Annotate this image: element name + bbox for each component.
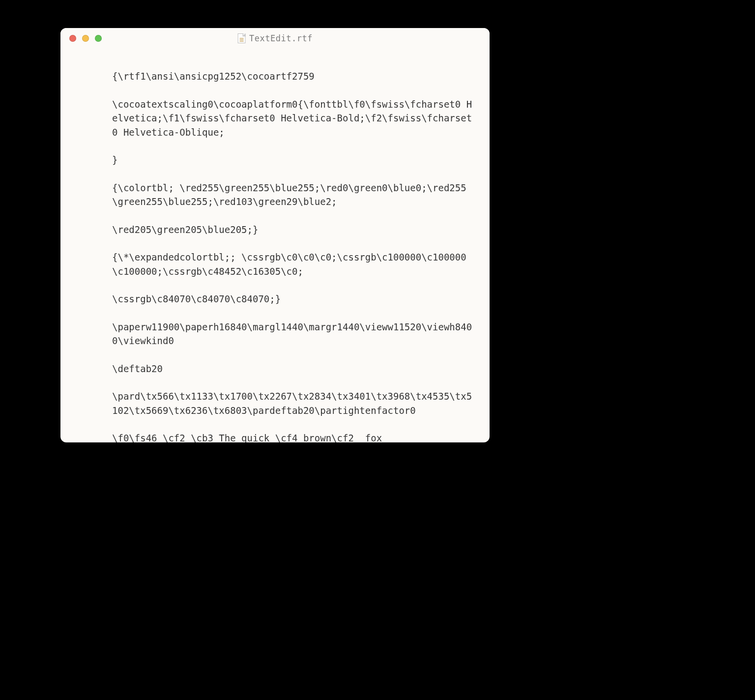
rtf-source-line[interactable]: \f0\fs46 \cf2 \cb3 The quick \cf4 brown\… — [112, 431, 475, 442]
maximize-icon[interactable] — [95, 35, 102, 42]
close-icon[interactable] — [69, 35, 76, 42]
rtf-source-line[interactable]: \red205\green205\blue205;} — [112, 223, 475, 237]
window-title: TextEdit.rtf — [249, 33, 313, 43]
titlebar[interactable]: TextEdit.rtf — [60, 28, 490, 49]
rtf-source-line[interactable]: \paperw11900\paperh16840\margl1440\margr… — [112, 320, 475, 348]
rtf-source-line[interactable]: {\colortbl; \red255\green255\blue255;\re… — [112, 181, 475, 209]
rtf-source-line[interactable]: {\*\expandedcolortbl;; \cssrgb\c0\c0\c0;… — [112, 250, 475, 278]
rtf-source-line[interactable]: } — [112, 153, 475, 167]
traffic-lights — [60, 35, 102, 42]
minimize-icon[interactable] — [82, 35, 89, 42]
document-icon — [237, 33, 245, 43]
rtf-source-line[interactable]: \deftab20 — [112, 362, 475, 376]
rtf-source-line[interactable]: \cssrgb\c84070\c84070\c84070;} — [112, 292, 475, 306]
title-group: TextEdit.rtf — [237, 33, 313, 43]
document-content[interactable]: {\rtf1\ansi\ansicpg1252\cocoartf2759\coc… — [60, 49, 490, 442]
rtf-source-line[interactable]: \pard\tx566\tx1133\tx1700\tx2267\tx2834\… — [112, 389, 475, 417]
rtf-source-line[interactable]: {\rtf1\ansi\ansicpg1252\cocoartf2759 — [112, 69, 475, 84]
textedit-window: TextEdit.rtf {\rtf1\ansi\ansicpg1252\coc… — [60, 28, 490, 442]
rtf-source-line[interactable]: \cocoatextscaling0\cocoaplatform0{\fontt… — [112, 97, 475, 140]
